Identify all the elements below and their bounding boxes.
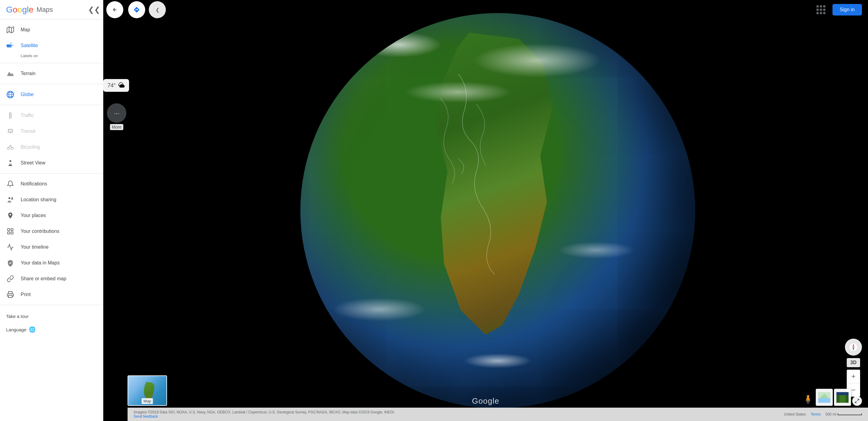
share-embed-label: Share or embed map xyxy=(21,276,66,281)
map-type-section: Map Satellite Labels on xyxy=(0,20,103,63)
bicycling-label: Bicycling xyxy=(21,144,40,150)
map-toolbar: ❮ xyxy=(103,0,868,20)
apps-grid-icon xyxy=(816,5,826,14)
svg-rect-21 xyxy=(9,130,12,131)
globe-section: Globe xyxy=(0,84,103,105)
traffic-label: Traffic xyxy=(21,113,34,118)
your-places-label: Your places xyxy=(21,213,46,218)
app-name: Maps xyxy=(36,6,53,14)
compass-button[interactable] xyxy=(845,339,862,356)
svg-point-27 xyxy=(11,198,13,200)
sidebar-item-print[interactable]: Print xyxy=(0,287,103,303)
timeline-label: Your timeline xyxy=(21,244,49,250)
us-label: United States xyxy=(784,412,806,416)
language-icon: 🌐 xyxy=(29,326,35,333)
sidebar-item-timeline[interactable]: Your timeline xyxy=(0,239,103,255)
terrain-label: Terrain xyxy=(21,71,35,76)
sidebar-item-location-sharing[interactable]: Location sharing xyxy=(0,192,103,207)
weather-widget[interactable]: 74° 🌥 xyxy=(103,79,129,92)
svg-rect-33 xyxy=(8,295,12,298)
language-item[interactable]: Language 🌐 xyxy=(6,322,97,336)
take-tour-item[interactable]: Take a tour xyxy=(6,310,97,322)
sidebar-item-terrain[interactable]: Terrain xyxy=(0,66,103,81)
contributions-label: Your contributions xyxy=(21,229,60,234)
collapse-sidebar-button[interactable]: ❮❮ xyxy=(88,5,100,14)
pegman-button[interactable]: 🧍 xyxy=(801,392,814,406)
svg-rect-29 xyxy=(8,229,10,231)
svg-point-20 xyxy=(11,132,12,133)
svg-rect-41 xyxy=(836,392,848,395)
attribution-bar: Imagery ©2019 Data SIO, NOAA, U.S. Navy,… xyxy=(128,408,868,421)
weather-icon: 🌥 xyxy=(118,81,125,89)
sign-in-button[interactable]: Sign in xyxy=(833,4,862,16)
svg-point-28 xyxy=(10,214,11,216)
attribution-text: Imagery ©2019 Data SIO, NOAA, U.S. Navy,… xyxy=(134,410,779,419)
terms-link[interactable]: Terms xyxy=(811,412,820,416)
back-button[interactable] xyxy=(106,1,123,18)
satellite-layer-thumbnail xyxy=(834,389,851,406)
language-label: Language xyxy=(6,327,26,332)
satellite-icon xyxy=(6,41,14,50)
layers-section: Traffic Transit xyxy=(0,105,103,174)
sidebar-item-your-places[interactable]: Your places xyxy=(0,207,103,223)
map-label: Map xyxy=(21,27,30,32)
collapse-map-panel-button[interactable]: ❮ xyxy=(149,1,166,18)
svg-rect-42 xyxy=(839,395,845,403)
labels-on-text: Labels on xyxy=(0,54,103,60)
svg-rect-6 xyxy=(11,45,13,46)
globe-container[interactable] xyxy=(128,0,868,421)
sidebar-item-transit[interactable]: Transit xyxy=(0,123,103,139)
mini-map-background: Map xyxy=(128,376,166,405)
sidebar-item-globe[interactable]: Globe xyxy=(0,87,103,103)
sidebar-item-street-view[interactable]: Street View xyxy=(0,155,103,171)
svg-rect-31 xyxy=(8,232,10,234)
directions-button[interactable] xyxy=(128,1,145,18)
traffic-icon xyxy=(6,111,14,120)
svg-rect-30 xyxy=(11,229,13,231)
google-watermark: Google xyxy=(472,396,499,406)
transit-icon xyxy=(6,127,14,136)
terrain-icon xyxy=(6,69,14,78)
sidebar-header: Google Maps ❮❮ xyxy=(0,0,103,20)
svg-point-15 xyxy=(10,113,11,114)
map-area[interactable]: ❮ 74° 🌥 ··· More xyxy=(103,0,868,421)
sidebar-item-satellite[interactable]: Satellite xyxy=(0,38,103,54)
svg-point-17 xyxy=(10,117,11,118)
sidebar-item-notifications[interactable]: Notifications xyxy=(0,176,103,192)
google-apps-button[interactable] xyxy=(814,3,828,17)
top-right-controls: Sign in xyxy=(814,3,862,17)
sidebar-item-bicycling[interactable]: Bicycling xyxy=(0,139,103,155)
map-layer-thumbnail xyxy=(816,389,833,406)
send-feedback-link[interactable]: Send feedback xyxy=(134,414,158,419)
svg-marker-0 xyxy=(7,27,14,33)
transit-label: Transit xyxy=(21,129,35,134)
link-icon xyxy=(6,275,14,283)
svg-rect-4 xyxy=(8,45,9,47)
satellite-layer-button[interactable] xyxy=(834,389,851,406)
svg-marker-8 xyxy=(7,72,14,76)
mini-map[interactable]: Map xyxy=(128,375,167,406)
expand-layers-button[interactable] xyxy=(852,396,862,406)
bell-icon xyxy=(6,180,14,188)
scale-bar: 500 mi xyxy=(826,412,862,416)
svg-point-25 xyxy=(9,160,11,162)
sidebar-item-contributions[interactable]: Your contributions xyxy=(0,223,103,239)
sidebar-item-map[interactable]: Map xyxy=(0,22,103,38)
more-button[interactable]: ··· More xyxy=(107,103,126,130)
mini-map-label: Map xyxy=(142,398,153,404)
more-label: More xyxy=(110,124,123,130)
sidebar-item-traffic[interactable]: Traffic xyxy=(0,108,103,123)
logo-area: Google Maps xyxy=(6,5,53,15)
zoom-in-button[interactable]: + xyxy=(847,370,860,383)
svg-rect-32 xyxy=(11,232,13,234)
contributions-icon xyxy=(6,227,14,235)
globe-visual xyxy=(300,13,695,408)
map-icon xyxy=(6,26,14,34)
sidebar-item-share-embed[interactable]: Share or embed map xyxy=(0,271,103,287)
view-3d-button[interactable]: 3D xyxy=(847,358,860,367)
svg-line-7 xyxy=(10,43,11,44)
sidebar-item-your-data[interactable]: Your data in Maps xyxy=(0,255,103,271)
shield-icon xyxy=(6,259,14,267)
sidebar: Google Maps ❮❮ Map xyxy=(0,0,103,421)
map-type-button[interactable] xyxy=(816,389,833,406)
